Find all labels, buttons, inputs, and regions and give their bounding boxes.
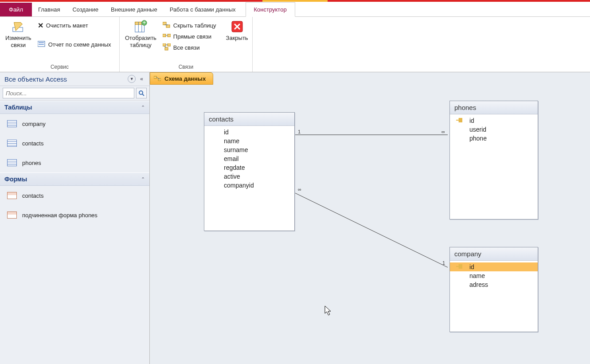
- nav-collapse-button[interactable]: «: [138, 76, 145, 82]
- chevron-up-icon: ⌃: [141, 105, 145, 110]
- cat-tables-header[interactable]: Таблицы ⌃: [0, 101, 149, 114]
- clear-layout-button[interactable]: ✕ Очистить макет: [36, 20, 113, 31]
- field[interactable]: name: [450, 271, 538, 280]
- table-phones[interactable]: phones id userid phone: [449, 101, 538, 219]
- hide-table-button[interactable]: Скрыть таблицу: [161, 20, 218, 31]
- chevron-up-icon: ⌃: [141, 176, 145, 182]
- all-links-button[interactable]: Все связи: [161, 43, 218, 53]
- ribbon: Изменить связи ✕ Очистить макет Отчет по…: [0, 17, 590, 72]
- table-contacts[interactable]: contacts id name surname email regdate a…: [204, 112, 295, 231]
- tab-dbtools[interactable]: Работа с базами данных: [164, 3, 242, 16]
- group-links-label: Связи: [122, 63, 250, 71]
- schema-report-button[interactable]: Отчет по схеме данных: [36, 39, 113, 50]
- table-company-header[interactable]: company: [450, 247, 538, 261]
- field-key-selected[interactable]: id: [450, 262, 538, 271]
- field[interactable]: companyid: [204, 181, 294, 190]
- svg-rect-16: [163, 43, 166, 46]
- document-tab[interactable]: Схема данных: [150, 72, 213, 85]
- tab-file[interactable]: Файл: [0, 3, 32, 16]
- table-icon: [7, 159, 17, 166]
- svg-rect-2: [39, 42, 44, 43]
- cursor-icon: [324, 305, 332, 318]
- svg-rect-3: [39, 44, 44, 45]
- field[interactable]: phone: [450, 134, 538, 143]
- form-icon: [7, 211, 17, 219]
- navigation-pane: Все объекты Access ▼ « Таблицы ⌃ company…: [0, 72, 150, 364]
- context-tab-highlight: [262, 0, 328, 2]
- clear-layout-label: Очистить макет: [46, 22, 88, 29]
- group-service-label: Сервис: [3, 63, 117, 71]
- show-table-label: Отобразить таблицу: [125, 35, 156, 48]
- direct-links-button[interactable]: Прямые связи: [161, 31, 218, 42]
- table-company[interactable]: company id name adress: [449, 247, 538, 332]
- schema-report-label: Отчет по схеме данных: [48, 41, 111, 48]
- navitem-label: подчиненная форма phones: [22, 212, 98, 219]
- close-button[interactable]: Закрыть: [223, 19, 251, 43]
- rel-mark-many: ∞: [298, 187, 301, 192]
- rel-mark-one: 1: [298, 129, 301, 134]
- close-label: Закрыть: [226, 35, 248, 42]
- table-icon: [7, 120, 17, 127]
- navitem-label: contacts: [22, 140, 43, 147]
- hide-table-label: Скрыть таблицу: [173, 22, 216, 29]
- svg-rect-24: [154, 76, 156, 78]
- navitem-table-contacts[interactable]: contacts: [0, 133, 149, 153]
- svg-point-22: [139, 91, 143, 94]
- close-icon: [230, 20, 244, 34]
- rel-mark-one: 1: [442, 260, 445, 266]
- edit-relations-button[interactable]: Изменить связи: [3, 19, 34, 49]
- form-icon: [7, 192, 17, 199]
- all-links-icon: [163, 43, 171, 52]
- field[interactable]: surname: [204, 145, 294, 154]
- cat-tables-label: Таблицы: [4, 104, 32, 111]
- svg-rect-10: [163, 22, 166, 25]
- svg-rect-11: [166, 25, 170, 27]
- relations-icon: [154, 75, 161, 82]
- svg-text:+: +: [143, 20, 146, 26]
- navitem-label: phones: [22, 160, 41, 166]
- edit-relations-label: Изменить связи: [5, 35, 31, 48]
- all-links-label: Все связи: [173, 44, 200, 51]
- navitem-label: company: [22, 121, 46, 127]
- tab-konstruktor[interactable]: Конструктор: [246, 2, 295, 17]
- tab-create[interactable]: Создание: [66, 3, 105, 16]
- navitem-table-phones[interactable]: phones: [0, 153, 149, 172]
- field[interactable]: id: [204, 128, 294, 137]
- canvas-area[interactable]: Схема данных 1 ∞ ∞ 1 contacts id name su…: [150, 72, 590, 364]
- show-table-button[interactable]: + Отобразить таблицу: [122, 19, 159, 49]
- rel-mark-many: ∞: [442, 129, 445, 134]
- field[interactable]: active: [204, 172, 294, 181]
- svg-rect-17: [168, 43, 171, 46]
- cat-forms-header[interactable]: Формы ⌃: [0, 172, 149, 186]
- svg-line-28: [295, 193, 448, 267]
- navitem-form-contacts[interactable]: contacts: [0, 186, 149, 205]
- svg-rect-14: [168, 34, 171, 37]
- nav-dropdown-icon[interactable]: ▼: [128, 75, 136, 83]
- field[interactable]: regdate: [204, 163, 294, 172]
- tab-home[interactable]: Главная: [32, 3, 66, 16]
- navitem-form-phones[interactable]: подчиненная форма phones: [0, 205, 149, 225]
- direct-links-label: Прямые связи: [173, 33, 211, 40]
- tab-external[interactable]: Внешние данные: [105, 3, 164, 16]
- navitem-table-company[interactable]: company: [0, 114, 149, 133]
- direct-links-icon: [163, 32, 171, 41]
- table-phones-header[interactable]: phones: [450, 101, 538, 114]
- hide-table-icon: [163, 21, 171, 30]
- table-contacts-header[interactable]: contacts: [204, 113, 294, 126]
- field[interactable]: name: [204, 137, 294, 145]
- field-key[interactable]: id: [450, 116, 538, 125]
- field[interactable]: adress: [450, 280, 538, 289]
- svg-line-23: [142, 94, 144, 96]
- nav-title[interactable]: Все объекты Access: [4, 75, 125, 83]
- field[interactable]: userid: [450, 125, 538, 134]
- edit-relations-icon: [11, 20, 25, 34]
- svg-rect-13: [163, 34, 166, 37]
- navitem-label: contacts: [22, 192, 43, 199]
- cat-forms-label: Формы: [4, 176, 27, 183]
- table-icon: [7, 140, 17, 147]
- field[interactable]: email: [204, 154, 294, 163]
- show-table-icon: +: [133, 20, 148, 34]
- clear-icon: ✕: [38, 21, 43, 30]
- search-input[interactable]: [3, 88, 134, 98]
- search-icon[interactable]: [136, 88, 147, 98]
